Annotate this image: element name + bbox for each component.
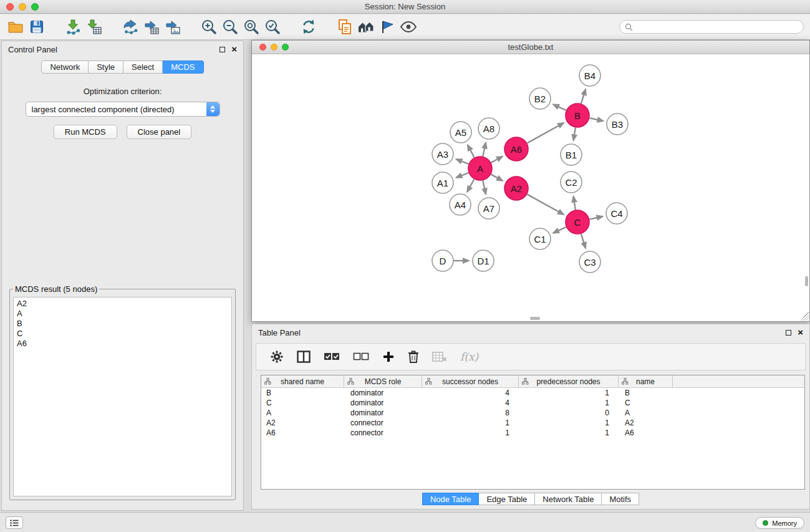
edge-A6-B[interactable] [528,123,564,143]
node-C3[interactable]: C3 [579,251,600,273]
function-builder-button[interactable]: f(x) [460,351,478,363]
node-C4[interactable]: C4 [606,203,627,224]
table-cell[interactable]: 1 [422,418,519,427]
table-cell[interactable]: A [261,409,344,417]
edge-A-A8[interactable] [483,142,486,156]
table-row[interactable]: A2connector11A2 [261,418,804,428]
close-panel-icon[interactable]: × [231,46,237,52]
mcds-result-list[interactable]: A2ABCA6 [13,297,232,496]
edge-B-B3[interactable] [590,118,604,121]
search-input[interactable] [633,22,798,32]
node-A1[interactable]: A1 [432,172,453,193]
node-D[interactable]: D [432,250,453,271]
node-B4[interactable]: B4 [579,65,600,86]
table-cell[interactable]: A2 [619,418,673,427]
edge-A-A4[interactable] [467,180,474,192]
network-canvas[interactable]: B4B2BB3A5A8A6A3B1AA1C2A2A4A7C4CC1C3DD1 [253,55,809,321]
node-A2[interactable]: A2 [504,177,528,200]
table-cell[interactable]: 4 [422,399,519,407]
table-row[interactable]: Cdominator41C [261,398,804,408]
table-row[interactable]: A6connector11A6 [261,428,804,438]
node-A7[interactable]: A7 [478,198,499,219]
import-table-button[interactable] [84,16,105,37]
node-C1[interactable]: C1 [529,228,551,249]
close-table-panel-icon[interactable]: × [798,329,803,336]
node-B2[interactable]: B2 [529,88,551,109]
close-panel-button[interactable]: Close panel [127,125,192,139]
edge-C-C3[interactable] [581,234,586,248]
table-cell[interactable]: 4 [422,389,519,397]
mcds-result-item[interactable]: A [17,309,228,319]
tab-mcds[interactable]: MCDS [163,60,203,74]
edge-A2-C[interactable] [528,195,564,215]
export-image-button[interactable] [162,16,183,37]
show-columns-button[interactable] [297,351,311,363]
edge-C-C1[interactable] [553,227,566,233]
mcds-result-item[interactable]: A2 [17,299,228,309]
mcds-result-item[interactable]: A6 [17,339,228,349]
search-box[interactable] [619,20,804,34]
network-from-selection-button[interactable] [334,16,355,37]
add-column-button[interactable] [382,351,395,363]
table-cell[interactable]: dominator [344,389,422,397]
task-history-button[interactable] [6,516,23,529]
mcds-result-item[interactable]: C [17,329,228,339]
export-table-button[interactable] [141,16,162,37]
node-B1[interactable]: B1 [561,144,582,165]
edge-C-C4[interactable] [590,216,603,220]
edge-A-A2[interactable] [491,175,503,181]
column-header[interactable]: MCDS role [344,375,422,387]
node-B[interactable]: B [566,104,589,127]
edge-A-A6[interactable] [491,157,503,163]
vertical-scrollbar[interactable] [805,276,808,286]
column-header[interactable]: name [619,375,673,387]
node-A4[interactable]: A4 [450,194,471,215]
table-cell[interactable]: dominator [344,399,422,407]
export-network-button[interactable] [120,16,141,37]
edge-B-B1[interactable] [574,128,576,141]
zoom-fit-button[interactable] [241,16,262,37]
table-cell[interactable]: 1 [519,428,619,437]
edge-B-B2[interactable] [553,104,566,110]
table-cell[interactable]: connector [344,418,422,427]
table-cell[interactable]: C [261,399,344,407]
table-settings-button[interactable] [270,350,284,364]
apply-layout-button[interactable] [298,16,319,37]
table-row[interactable]: Bdominator41B [261,388,804,398]
edge-A-A7[interactable] [483,181,486,195]
save-session-button[interactable] [26,16,47,37]
table-cell[interactable]: dominator [344,409,422,417]
edge-C-C2[interactable] [574,196,576,210]
zoom-out-button[interactable] [219,16,241,37]
edge-A-A3[interactable] [456,159,468,164]
tab-motifs[interactable]: Motifs [602,493,639,505]
node-D1[interactable]: D1 [473,250,494,271]
optimization-criterion-dropdown[interactable]: largest connected component (directed) [26,102,220,117]
node-A[interactable]: A [468,157,492,180]
column-header[interactable]: predecessor nodes [519,375,619,387]
table-cell[interactable]: A [619,409,673,417]
zoom-selected-button[interactable] [262,16,283,37]
table-cell[interactable]: 1 [519,389,619,397]
node-A5[interactable]: A5 [450,122,471,143]
tab-network[interactable]: Network [41,60,89,74]
tab-node-table[interactable]: Node Table [422,493,480,505]
tab-select[interactable]: Select [123,60,163,74]
table-cell[interactable]: C [619,399,673,407]
show-hide-button[interactable] [398,16,419,37]
horizontal-scrollbar[interactable] [530,317,540,320]
table-cell[interactable]: 1 [519,418,619,427]
table-cell[interactable]: 1 [422,428,519,437]
table-row[interactable]: Adominator80A [261,408,804,418]
deselect-all-button[interactable] [353,352,369,362]
edge-A-A1[interactable] [456,173,468,178]
table-cell[interactable]: 0 [519,409,619,417]
tab-edge-table[interactable]: Edge Table [479,493,535,505]
column-header[interactable]: shared name [261,375,344,387]
float-table-panel-icon[interactable] [786,330,791,336]
select-all-button[interactable] [324,352,340,362]
node-A6[interactable]: A6 [504,137,528,161]
tab-style[interactable]: Style [89,60,123,74]
delete-column-button[interactable] [408,350,419,364]
home-button[interactable] [355,16,377,37]
